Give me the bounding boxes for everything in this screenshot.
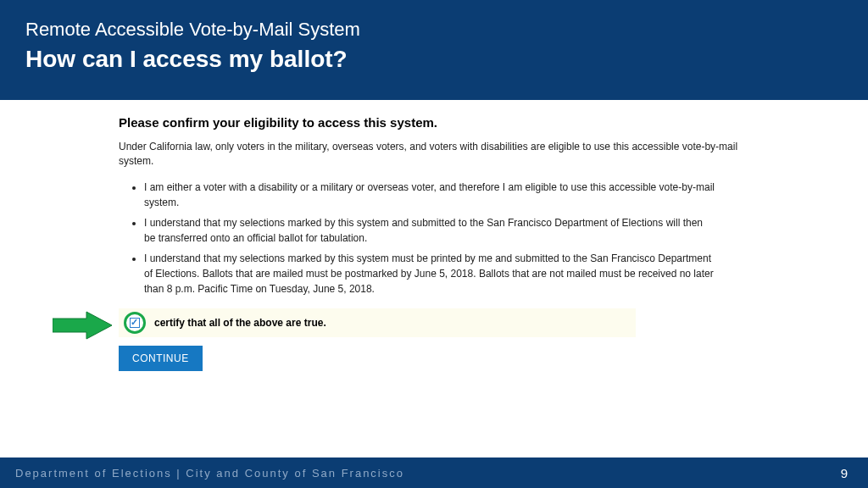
arrow-icon [53, 310, 114, 341]
list-item: I understand that my selections marked b… [144, 215, 749, 246]
certify-checkbox[interactable] [124, 312, 146, 334]
list-item: I understand that my selections marked b… [144, 251, 749, 297]
certify-row: certify that all of the above are true. [119, 308, 636, 337]
page-number: 9 [841, 466, 848, 480]
content-area: Please confirm your eligibility to acces… [0, 100, 868, 458]
continue-button[interactable]: CONTINUE [119, 346, 203, 371]
intro-text: Under California law, only voters in the… [119, 140, 749, 169]
header-subtitle: Remote Accessible Vote-by-Mail System [25, 19, 843, 41]
checkmark-icon [130, 318, 140, 328]
eligibility-bullets: I am either a voter with a disability or… [119, 180, 749, 297]
slide-header: Remote Accessible Vote-by-Mail System Ho… [0, 0, 868, 100]
list-item: I am either a voter with a disability or… [144, 180, 749, 210]
header-title: How can I access my ballot? [25, 46, 843, 73]
eligibility-heading: Please confirm your eligibility to acces… [119, 115, 749, 130]
svg-marker-0 [53, 312, 112, 339]
certify-label: certify that all of the above are true. [154, 317, 326, 329]
slide-footer: Department of Elections | City and Count… [0, 458, 868, 488]
footer-text: Department of Elections | City and Count… [15, 467, 404, 480]
